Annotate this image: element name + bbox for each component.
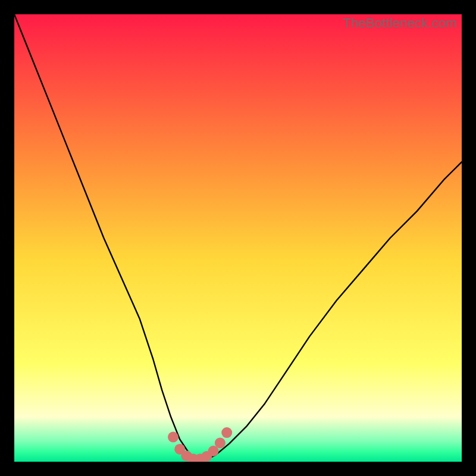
trough-marker-dot — [221, 427, 232, 438]
watermark-text: TheBottleneck.com — [343, 15, 457, 31]
chart-frame: TheBottleneck.com — [14, 14, 462, 462]
trough-marker-dot — [168, 432, 178, 443]
gradient-background — [14, 14, 462, 462]
trough-marker-dot — [215, 437, 226, 448]
bottleneck-chart — [14, 14, 462, 462]
